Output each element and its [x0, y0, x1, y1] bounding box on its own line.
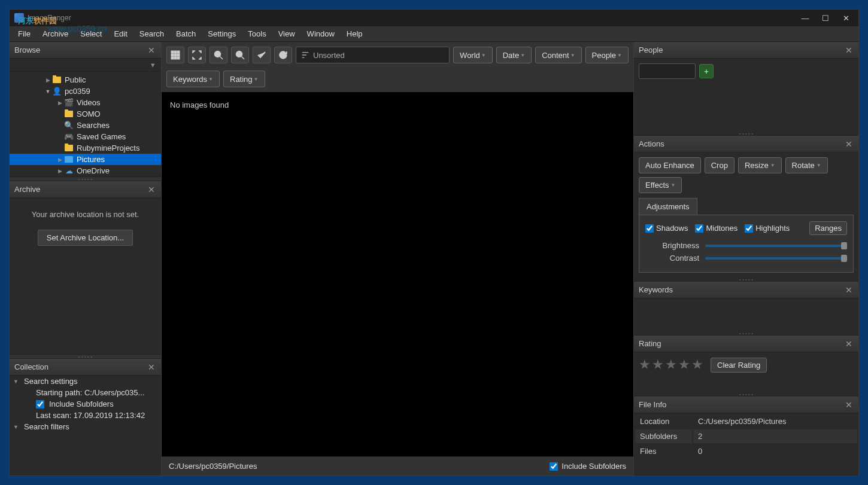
add-person-button[interactable]: +: [699, 64, 714, 78]
action-crop[interactable]: Crop: [705, 157, 735, 173]
collection-row[interactable]: Include Subfolders: [10, 398, 161, 410]
tree-item-somo[interactable]: SOMO: [10, 108, 161, 120]
splitter[interactable]: • • • • •: [10, 176, 161, 181]
collection-row[interactable]: Starting path: C:/Users/pc035...: [10, 387, 161, 398]
menu-window[interactable]: Window: [301, 28, 341, 40]
collection-close-icon[interactable]: ✕: [147, 362, 156, 372]
tree-item-pictures[interactable]: ▶Pictures: [10, 154, 161, 165]
menu-help[interactable]: Help: [341, 28, 369, 40]
filter-content[interactable]: Content▼: [535, 47, 581, 63]
menu-batch[interactable]: Batch: [170, 28, 202, 40]
collection-row[interactable]: ▼Search filters: [10, 421, 161, 432]
collection-row[interactable]: ▼Search settings: [10, 376, 161, 387]
check-button[interactable]: [253, 47, 271, 63]
include-subfolders-toggle[interactable]: Include Subfolders: [550, 462, 626, 471]
tree-item-onedrive[interactable]: ▶☁OneDrive: [10, 165, 161, 176]
app-title: ImageRanger: [28, 14, 71, 22]
star-5[interactable]: ★: [691, 357, 703, 373]
slider-brightness[interactable]: [705, 245, 847, 247]
splitter[interactable]: • • • • •: [634, 277, 858, 281]
browse-dropdown[interactable]: ▾: [10, 59, 161, 72]
menu-archive[interactable]: Archive: [37, 28, 74, 40]
tree-item-videos[interactable]: ▶🎬Videos: [10, 97, 161, 108]
splitter[interactable]: • • • • •: [634, 392, 858, 396]
slider-contrast[interactable]: [705, 257, 847, 260]
include-subfolders-checkbox[interactable]: [550, 462, 558, 471]
archive-title: Archive: [14, 185, 40, 194]
svg-rect-8: [177, 57, 180, 59]
maximize-button[interactable]: ☐: [815, 11, 836, 25]
app-icon: [14, 13, 24, 23]
action-rotate[interactable]: Rotate▼: [785, 157, 828, 173]
menu-view[interactable]: View: [272, 28, 301, 40]
browse-close-icon[interactable]: ✕: [147, 45, 156, 55]
svg-rect-6: [171, 57, 174, 59]
menu-file[interactable]: File: [12, 28, 37, 40]
zoom-in-button[interactable]: [210, 47, 227, 63]
check-shadows[interactable]: Shadows: [645, 224, 688, 233]
splitter[interactable]: • • • • •: [10, 354, 161, 359]
action-auto-enhance[interactable]: Auto Enhance: [639, 157, 701, 173]
actions-title: Actions: [639, 139, 664, 148]
collection-title: Collection: [14, 362, 48, 371]
empty-message: No images found: [170, 100, 229, 109]
actions-close-icon[interactable]: ✕: [844, 139, 854, 149]
tree-item-rubymineprojects[interactable]: RubymineProjects: [10, 142, 161, 154]
svg-rect-5: [177, 54, 180, 56]
tree-item-public[interactable]: ▶Public: [10, 74, 161, 86]
menu-tools[interactable]: Tools: [242, 28, 272, 40]
menu-search[interactable]: Search: [133, 28, 170, 40]
svg-rect-2: [177, 51, 180, 53]
action-effects[interactable]: Effects▼: [639, 177, 682, 193]
star-3[interactable]: ★: [665, 357, 677, 373]
rating-close-icon[interactable]: ✕: [844, 339, 854, 349]
menu-edit[interactable]: Edit: [108, 28, 133, 40]
check-highlights[interactable]: Highlights: [745, 224, 790, 233]
keywords-title: Keywords: [639, 285, 673, 294]
people-close-icon[interactable]: ✕: [844, 45, 854, 55]
filter-rating[interactable]: Rating▼: [223, 71, 265, 87]
keywords-close-icon[interactable]: ✕: [844, 285, 854, 295]
title-bar[interactable]: ImageRanger — ☐ ✕: [10, 10, 858, 26]
menu-settings[interactable]: Settings: [202, 28, 242, 40]
set-archive-button[interactable]: Set Archive Location...: [38, 230, 133, 246]
clear-rating-button[interactable]: Clear Rating: [711, 358, 767, 373]
tree-item-searches[interactable]: 🔍Searches: [10, 120, 161, 131]
app-window: ImageRanger — ☐ ✕ FileArchiveSelectEditS…: [9, 9, 859, 476]
image-grid: No images found: [162, 92, 633, 456]
minimize-button[interactable]: —: [795, 11, 815, 25]
check-midtones[interactable]: Midtones: [695, 224, 738, 233]
rating-title: Rating: [639, 339, 661, 348]
filter-world[interactable]: World▼: [453, 47, 493, 63]
splitter[interactable]: • • • • •: [634, 331, 858, 335]
close-button[interactable]: ✕: [836, 11, 856, 25]
grid-view-button[interactable]: [166, 47, 184, 63]
fileinfo-close-icon[interactable]: ✕: [844, 400, 854, 410]
sort-selector[interactable]: Unsorted: [296, 47, 450, 63]
svg-rect-3: [171, 54, 174, 56]
fullscreen-button[interactable]: [188, 47, 206, 63]
menu-select[interactable]: Select: [74, 28, 108, 40]
zoom-out-button[interactable]: [231, 47, 249, 63]
collection-panel-header: Collection ✕: [10, 359, 161, 376]
tree-item-pc0359[interactable]: ▼👤pc0359: [10, 86, 161, 97]
tree-item-saved-games[interactable]: 🎮Saved Games: [10, 131, 161, 142]
splitter[interactable]: • • • • •: [634, 132, 858, 135]
filter-people[interactable]: People▼: [585, 47, 629, 63]
collection-row[interactable]: Last scan: 17.09.2019 12:13:42: [10, 410, 161, 421]
star-2[interactable]: ★: [652, 357, 664, 373]
archive-close-icon[interactable]: ✕: [147, 185, 156, 194]
star-4[interactable]: ★: [678, 357, 690, 373]
current-path: C:/Users/pc0359/Pictures: [169, 462, 257, 471]
people-input[interactable]: [639, 63, 696, 79]
action-resize[interactable]: Resize▼: [738, 157, 782, 173]
browse-panel-header: Browse ✕: [10, 42, 161, 59]
svg-rect-7: [174, 57, 177, 59]
refresh-button[interactable]: [274, 47, 292, 63]
filter-keywords[interactable]: Keywords▼: [166, 71, 220, 87]
star-1[interactable]: ★: [639, 357, 651, 373]
adjustments-tab[interactable]: Adjustments: [639, 198, 697, 215]
file-info-table: LocationC:/Users/pc0359/PicturesSubfolde…: [634, 413, 858, 459]
filter-date[interactable]: Date▼: [496, 47, 532, 63]
ranges-button[interactable]: Ranges: [809, 221, 847, 235]
